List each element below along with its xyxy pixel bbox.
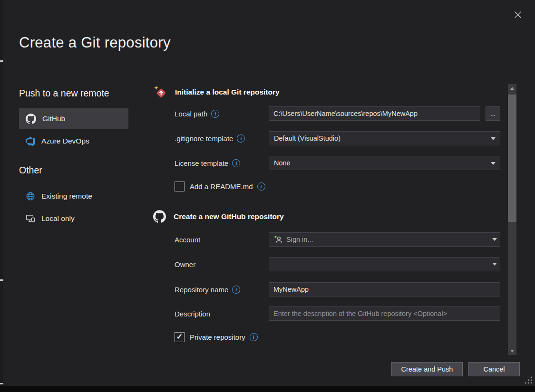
owner-label: Owner (175, 260, 195, 268)
sidebar-item-existing-remote[interactable]: Existing remote (19, 187, 128, 205)
readme-label: Add a README.md (190, 182, 253, 191)
description-row: Description (175, 306, 500, 321)
dropdown-arrow-button[interactable] (489, 233, 500, 246)
readme-checkbox[interactable] (175, 182, 185, 191)
window-bottom-edge (0, 386, 535, 392)
init-repo-icon (153, 85, 167, 99)
sign-in-user-icon (274, 235, 282, 244)
info-icon[interactable] (257, 182, 265, 191)
owner-dropdown[interactable] (269, 257, 500, 271)
window-edge-mark (0, 279, 3, 281)
sidebar-item-label: Existing remote (41, 192, 92, 201)
sidebar-heading-other: Other (19, 165, 42, 176)
license-label-group: License template (175, 159, 269, 167)
close-button[interactable] (510, 7, 525, 22)
chevron-down-icon (491, 162, 496, 165)
resize-grip[interactable] (524, 376, 533, 384)
github-icon (153, 210, 166, 223)
window-edge-mark (0, 383, 3, 384)
account-label-group: Account (175, 236, 269, 244)
checkmark-icon (176, 333, 183, 341)
github-section-header: Create a new GitHub repository (153, 210, 284, 223)
sidebar-item-label: Azure DevOps (41, 137, 89, 145)
scroll-down-arrow[interactable] (508, 347, 516, 355)
azure-devops-icon (26, 136, 35, 146)
chevron-down-icon (492, 238, 497, 241)
repository-name-label-group: Repository name (175, 286, 269, 294)
local-path-label: Local path (175, 110, 207, 118)
private-repository-checkbox[interactable] (175, 332, 185, 342)
owner-label-group: Owner (175, 260, 269, 268)
info-icon[interactable] (237, 134, 245, 143)
sidebar-item-label: GitHub (42, 115, 65, 123)
account-label: Account (175, 236, 200, 244)
info-icon[interactable] (232, 286, 240, 294)
account-dropdown[interactable]: Sign in... (269, 232, 500, 247)
init-section-title: Initialize a local Git repository (175, 88, 280, 96)
license-row: License template None (175, 156, 500, 170)
window-left-edge (0, 0, 3, 386)
chevron-down-icon (491, 137, 496, 140)
description-label: Description (175, 310, 210, 318)
readme-row: Add a README.md (175, 181, 265, 192)
chevron-down-icon (492, 263, 497, 266)
private-repository-label: Private repository (190, 333, 245, 341)
local-path-row: Local path ... (175, 106, 500, 121)
info-icon[interactable] (232, 159, 240, 167)
gitignore-label-group: .gitignore template (175, 134, 269, 143)
account-row: Account Sign in... (175, 232, 500, 247)
gitignore-label: .gitignore template (175, 134, 233, 143)
description-input[interactable] (269, 306, 500, 321)
close-icon (514, 11, 522, 19)
info-icon[interactable] (211, 110, 219, 118)
license-template-value: None (274, 159, 291, 167)
gitignore-row: .gitignore template Default (VisualStudi… (175, 131, 500, 145)
vertical-scrollbar[interactable] (508, 84, 516, 355)
gitignore-template-value: Default (VisualStudio) (274, 134, 340, 142)
sidebar-item-github[interactable]: GitHub (19, 108, 128, 129)
github-icon (26, 114, 36, 124)
sidebar-item-local-only[interactable]: Local only (19, 210, 128, 228)
scroll-up-arrow[interactable] (508, 84, 516, 92)
local-path-label-group: Local path (175, 110, 269, 118)
globe-icon (26, 191, 35, 201)
gitignore-template-dropdown[interactable]: Default (VisualStudio) (269, 131, 500, 145)
sidebar-item-label: Local only (41, 214, 75, 223)
sidebar-heading-push-remote: Push to a new remote (19, 88, 109, 99)
sidebar-item-azure-devops[interactable]: Azure DevOps (19, 132, 128, 151)
browse-button[interactable]: ... (486, 106, 500, 121)
create-and-push-button[interactable]: Create and Push (391, 362, 463, 376)
monitor-icon (26, 214, 35, 223)
account-value: Sign in... (286, 236, 313, 243)
license-label: License template (175, 159, 228, 167)
cancel-button[interactable]: Cancel (468, 362, 520, 376)
owner-row: Owner (175, 257, 500, 271)
github-section-title: Create a new GitHub repository (174, 212, 284, 221)
window-edge-mark (0, 60, 3, 62)
info-icon[interactable] (250, 333, 258, 341)
init-section-header: Initialize a local Git repository (153, 85, 280, 99)
scrollbar-thumb[interactable] (508, 95, 516, 222)
repository-name-input[interactable] (269, 282, 500, 296)
description-label-group: Description (175, 310, 269, 318)
sidebar: Push to a new remote GitHub Azure DevOps… (19, 0, 128, 285)
repository-name-label: Repository name (175, 286, 228, 294)
local-path-input[interactable] (269, 106, 480, 121)
repository-name-row: Repository name (175, 282, 500, 296)
dropdown-arrow-button[interactable] (489, 258, 500, 271)
license-template-dropdown[interactable]: None (269, 156, 500, 170)
private-repository-row: Private repository (175, 331, 258, 343)
